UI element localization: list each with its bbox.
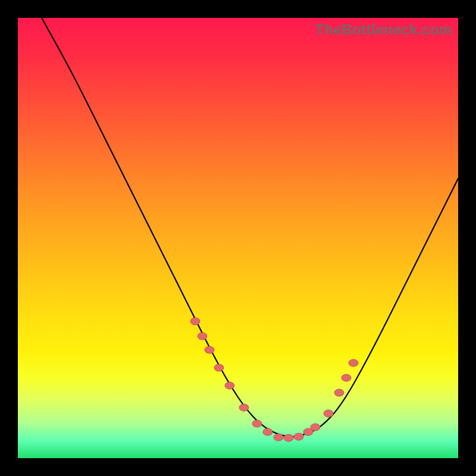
marker-dot — [324, 410, 333, 417]
marker-dot — [225, 382, 234, 389]
marker-dot — [190, 318, 200, 325]
marker-dot — [239, 404, 249, 411]
watermark-text: TheBottleneck.com — [315, 21, 452, 38]
marker-dot — [349, 359, 358, 367]
plot-area: TheBottleneck.com — [18, 18, 458, 458]
chart-svg — [18, 18, 458, 458]
marker-dot — [294, 433, 303, 440]
marker-dot — [342, 374, 351, 381]
marker-dot — [198, 333, 207, 340]
marker-dot — [311, 424, 320, 431]
marker-dot — [252, 420, 262, 427]
bottleneck-curve — [42, 18, 458, 437]
marker-dot — [263, 428, 273, 436]
marker-dot — [334, 389, 344, 396]
marker-dot — [274, 434, 283, 441]
marker-dot — [284, 434, 293, 441]
marker-dot — [205, 346, 214, 353]
marker-dots-group — [190, 318, 358, 441]
marker-dot — [214, 364, 224, 371]
